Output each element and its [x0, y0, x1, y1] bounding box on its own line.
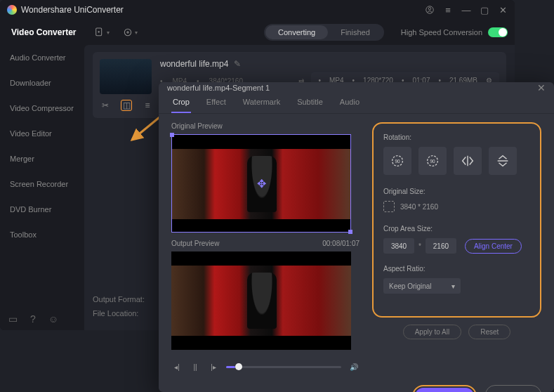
cancel-button[interactable]: Cancel	[485, 385, 541, 392]
apply-to-all-button[interactable]: Apply to All	[403, 325, 461, 339]
tab-converting[interactable]: Converting	[265, 25, 328, 39]
minimize-icon[interactable]: —	[461, 5, 471, 15]
help-icon[interactable]: ?	[30, 313, 36, 325]
svg-text:90: 90	[395, 159, 400, 164]
rotate-left-button[interactable]: 90	[383, 147, 411, 175]
editor-tab-audio[interactable]: Audio	[338, 93, 361, 113]
timecode: 00:08/01:07	[322, 240, 360, 247]
sidebar-item-toolbox[interactable]: Toolbox	[0, 222, 84, 247]
flip-vertical-button[interactable]	[489, 147, 517, 175]
editor-tab-subtitle[interactable]: Subtitle	[296, 93, 324, 113]
rotation-label: Rotation:	[383, 133, 530, 141]
move-handle-icon[interactable]: ✥	[257, 177, 266, 190]
ok-button[interactable]: OK	[415, 388, 474, 392]
sidebar-item-merger[interactable]: Merger	[0, 146, 84, 171]
app-title: Wondershare UniConverter	[21, 5, 425, 15]
close-icon[interactable]: ✕	[498, 5, 508, 15]
crop-controls-panel: Rotation: 90 90 Original Size: 3840 * 21…	[372, 122, 541, 318]
original-preview-label: Original Preview	[171, 122, 223, 130]
aspect-ratio-label: Aspect Ratio:	[383, 265, 530, 273]
svg-point-1	[428, 8, 431, 11]
file-name: wonderful life.mp4	[160, 59, 228, 69]
rename-icon[interactable]: ✎	[234, 59, 241, 69]
app-logo-icon	[7, 5, 17, 15]
crop-icon[interactable]: ◫	[121, 100, 132, 111]
original-size-label: Original Size:	[383, 188, 530, 195]
playback-slider[interactable]	[226, 366, 341, 368]
original-preview[interactable]: ✥	[171, 134, 351, 233]
add-file-icon[interactable]: ▾	[94, 25, 110, 40]
trim-icon[interactable]: ✂	[100, 100, 111, 111]
sidebar-item-screen-recorder[interactable]: Screen Recorder	[0, 171, 84, 197]
next-frame-icon[interactable]: |▸	[208, 361, 219, 372]
sidebar-item-audio-converter[interactable]: Audio Converter	[0, 45, 84, 70]
flip-horizontal-button[interactable]	[454, 147, 482, 175]
editor-close-icon[interactable]: ✕	[537, 82, 546, 93]
svg-text:90: 90	[430, 159, 435, 164]
original-size-icon	[383, 201, 395, 212]
tutorial-icon[interactable]: ▭	[8, 313, 18, 325]
sidebar-item-dvd-burner[interactable]: DVD Burner	[0, 197, 84, 222]
output-preview	[171, 251, 351, 350]
crop-height-input[interactable]	[426, 238, 456, 254]
file-thumbnail[interactable]	[100, 59, 152, 94]
aspect-ratio-select[interactable]: Keep Original▾	[383, 278, 461, 294]
tab-finished[interactable]: Finished	[328, 25, 383, 39]
original-size-value: 3840 * 2160	[400, 203, 438, 211]
crop-area-label: Crop Area Size:	[383, 225, 530, 233]
output-format-label: Output Format:	[93, 295, 156, 303]
prev-frame-icon[interactable]: ◂|	[171, 361, 183, 372]
titlebar: Wondershare UniConverter ≡ — ▢ ✕	[0, 0, 515, 20]
output-preview-label: Output Preview	[171, 240, 219, 247]
more-icon[interactable]: ≡	[142, 100, 153, 111]
high-speed-label: High Speed Conversion	[401, 28, 482, 37]
account-icon[interactable]	[425, 5, 435, 15]
multiply-symbol: *	[418, 242, 421, 250]
chevron-down-icon: ▾	[451, 282, 455, 290]
sidebar-item-video-editor[interactable]: Video Editor	[0, 121, 84, 146]
volume-icon[interactable]: 🔊	[348, 361, 360, 372]
crop-width-input[interactable]	[383, 238, 414, 254]
toolbar: Video Converter ▾ ▾ Converting Finished …	[0, 20, 515, 45]
sidebar-item-downloader[interactable]: Downloader	[0, 70, 84, 96]
play-pause-icon[interactable]: ||	[190, 361, 201, 372]
editor-window: wonderful life.mp4-Segment 1 ✕ Crop Effe…	[159, 82, 554, 392]
menu-icon[interactable]: ≡	[443, 5, 453, 15]
reset-button[interactable]: Reset	[468, 325, 510, 339]
section-title: Video Converter	[7, 27, 84, 37]
editor-title: wonderful life.mp4-Segment 1	[167, 84, 270, 92]
maximize-icon[interactable]: ▢	[480, 5, 489, 15]
editor-tab-crop[interactable]: Crop	[171, 93, 191, 113]
feedback-icon[interactable]: ☺	[48, 313, 58, 325]
editor-tab-effect[interactable]: Effect	[205, 93, 227, 113]
high-speed-toggle[interactable]	[488, 27, 508, 37]
file-location-label: File Location:	[93, 309, 156, 318]
align-center-button[interactable]: Align Center	[465, 239, 522, 254]
editor-tab-watermark[interactable]: Watermark	[242, 93, 282, 113]
add-folder-icon[interactable]: ▾	[122, 25, 138, 40]
rotate-right-button[interactable]: 90	[418, 147, 447, 175]
sidebar: Audio Converter Downloader Video Compres…	[0, 45, 84, 330]
sidebar-item-video-compressor[interactable]: Video Compressor	[0, 96, 84, 121]
